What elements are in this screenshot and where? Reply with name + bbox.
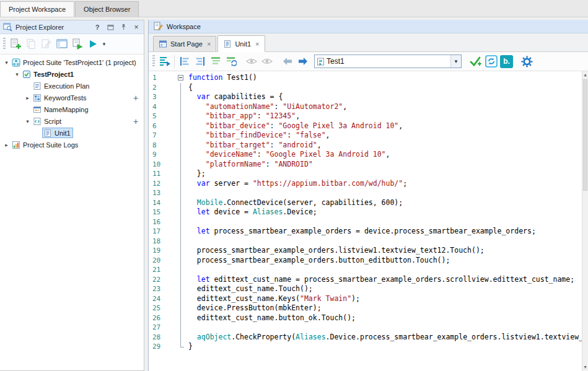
tree-item-project-suite[interactable]: ▾Project Suite 'TestProject1' (1 project… bbox=[0, 56, 144, 68]
refresh-sync-button[interactable] bbox=[483, 54, 499, 69]
code-line[interactable]: 4 "automationName": "UiAutomator2", bbox=[149, 102, 582, 112]
line-number[interactable]: 29 bbox=[149, 342, 175, 352]
line-number[interactable]: 21 bbox=[149, 265, 175, 275]
line-number[interactable]: 17 bbox=[149, 227, 175, 237]
align-left-edges-icon[interactable] bbox=[177, 54, 192, 69]
line-number[interactable]: 26 bbox=[149, 313, 175, 323]
watch-eye-alt-icon[interactable] bbox=[259, 54, 274, 69]
line-number[interactable]: 13 bbox=[149, 188, 175, 198]
collapse-arrow-icon[interactable]: ▾ bbox=[24, 118, 32, 124]
tab-object-browser[interactable]: Object Browser bbox=[75, 1, 139, 17]
code-line[interactable]: 10 "platformName": "ANDROID" bbox=[149, 160, 582, 170]
code-line[interactable]: 27 bbox=[149, 323, 582, 333]
scroll-down-icon[interactable]: ▼ bbox=[582, 364, 588, 371]
fold-collapse-icon[interactable] bbox=[175, 73, 187, 83]
chevron-down-icon[interactable]: ▼ bbox=[450, 55, 461, 68]
line-number[interactable]: 5 bbox=[149, 111, 175, 121]
line-number[interactable]: 27 bbox=[149, 323, 175, 333]
collapse-arrow-icon[interactable]: ▾ bbox=[13, 71, 21, 77]
code-line[interactable]: 15 let device = Aliases.Device; bbox=[149, 207, 582, 217]
add-new-item-button[interactable] bbox=[7, 37, 23, 51]
close-tab-button[interactable]: × bbox=[207, 40, 211, 48]
line-number[interactable]: 10 bbox=[149, 160, 175, 170]
settings-gear-icon[interactable] bbox=[519, 54, 535, 69]
project-tree[interactable]: ▾Project Suite 'TestProject1' (1 project… bbox=[0, 55, 144, 370]
line-number[interactable]: 20 bbox=[149, 256, 175, 266]
language-badge-icon[interactable]: b. bbox=[499, 54, 514, 69]
line-number[interactable]: 6 bbox=[149, 121, 175, 131]
line-number[interactable]: 23 bbox=[149, 284, 175, 294]
collapse-arrow-icon[interactable]: ▾ bbox=[2, 59, 11, 66]
panel-view-button[interactable] bbox=[54, 37, 69, 51]
dropdown-caret-icon[interactable]: ▾ bbox=[100, 41, 108, 47]
code-line[interactable]: 29} bbox=[149, 342, 582, 352]
navigate-forward-icon[interactable] bbox=[295, 54, 310, 69]
tab-start-page[interactable]: Start Page × bbox=[153, 36, 216, 51]
float-window-icon[interactable] bbox=[105, 22, 115, 32]
tree-item-testproject1[interactable]: ▾TestProject1 bbox=[0, 68, 144, 80]
code-line[interactable]: 26 edittext_cust_name.button_ok.Touch(); bbox=[149, 313, 582, 323]
vertical-scrollbar[interactable]: ▲ ▼ bbox=[582, 71, 588, 371]
line-number[interactable]: 2 bbox=[149, 83, 175, 93]
code-editor[interactable]: 1function Test1()2{3 var capabilities = … bbox=[149, 71, 588, 371]
line-number[interactable]: 12 bbox=[149, 179, 175, 189]
code-line[interactable]: 19 process_smartbear_example_orders.list… bbox=[149, 246, 582, 256]
scroll-up-icon[interactable]: ▲ bbox=[582, 71, 588, 79]
navigate-back-icon[interactable] bbox=[279, 54, 295, 69]
line-number[interactable]: 11 bbox=[149, 169, 175, 179]
code-line[interactable]: 11 }; bbox=[149, 169, 582, 179]
code-line[interactable]: 16 bbox=[149, 217, 582, 227]
code-line[interactable]: 17 let process_smartbear_example_orders … bbox=[149, 227, 582, 237]
tree-item-unit1[interactable]: Unit1 bbox=[0, 127, 144, 139]
code-line[interactable]: 18 bbox=[149, 237, 582, 247]
line-number[interactable]: 22 bbox=[149, 275, 175, 285]
align-right-edges-icon[interactable] bbox=[192, 54, 208, 69]
line-number[interactable]: 16 bbox=[149, 217, 175, 227]
code-line[interactable]: 1function Test1() bbox=[149, 73, 582, 83]
line-number[interactable]: 15 bbox=[149, 207, 175, 217]
help-icon[interactable]: ? bbox=[92, 22, 102, 32]
line-number[interactable]: 8 bbox=[149, 141, 175, 151]
close-tab-button[interactable]: × bbox=[255, 40, 259, 48]
scrollbar-thumb[interactable] bbox=[583, 79, 587, 191]
add-item-button[interactable]: + bbox=[131, 117, 140, 126]
code-line[interactable]: 23 edittext_cust_name.Touch(); bbox=[149, 284, 582, 294]
format-lines-icon[interactable] bbox=[208, 54, 223, 69]
format-sync-icon[interactable] bbox=[223, 54, 239, 69]
line-number[interactable]: 19 bbox=[149, 246, 175, 256]
line-number[interactable]: 3 bbox=[149, 92, 175, 102]
code-line[interactable]: 5 "bitbar_app": "12345", bbox=[149, 111, 582, 121]
code-line[interactable]: 8 "bitbar_target": "android", bbox=[149, 141, 582, 151]
add-check-button[interactable] bbox=[468, 54, 483, 69]
code-line[interactable]: 12 var server = "https://appium.bitbar.c… bbox=[149, 179, 582, 189]
code-line[interactable]: 2{ bbox=[149, 83, 582, 93]
expand-arrow-icon[interactable]: ▸ bbox=[24, 95, 32, 101]
line-number[interactable]: 28 bbox=[149, 333, 175, 343]
routine-selector[interactable]: Test1 ▼ bbox=[314, 55, 462, 68]
code-line[interactable]: 14 Mobile.ConnectDevice(server, capabili… bbox=[149, 198, 582, 208]
code-line[interactable]: 6 "bitbar_device": "Google Pixel 3a Andr… bbox=[149, 121, 582, 131]
add-item-button[interactable]: + bbox=[131, 94, 140, 102]
tree-item-namemapping[interactable]: NameMapping bbox=[0, 103, 144, 115]
expand-arrow-icon[interactable]: ▸ bbox=[2, 142, 11, 148]
code-line[interactable]: 25 device.PressButton(mbkEnter); bbox=[149, 303, 582, 313]
edit-page-button[interactable] bbox=[38, 37, 54, 51]
tree-item-execution-plan[interactable]: Execution Plan bbox=[0, 80, 144, 92]
code-editor-lines[interactable]: 1function Test1()2{3 var capabilities = … bbox=[149, 71, 582, 371]
code-line[interactable]: 21 bbox=[149, 265, 582, 275]
code-line[interactable]: 20 process_smartbear_example_orders.butt… bbox=[149, 256, 582, 266]
tree-item-project-suite-logs[interactable]: ▸Project Suite Logs bbox=[0, 139, 144, 151]
pin-icon[interactable] bbox=[118, 22, 128, 32]
toolbar-grip[interactable] bbox=[152, 55, 155, 68]
line-number[interactable]: 24 bbox=[149, 294, 175, 304]
toolbar-grip[interactable] bbox=[3, 38, 6, 50]
line-number[interactable]: 14 bbox=[149, 198, 175, 208]
code-line[interactable]: 13 bbox=[149, 188, 582, 198]
clone-page-button[interactable] bbox=[23, 37, 38, 51]
tab-unit1[interactable]: Unit1 × bbox=[217, 35, 265, 52]
code-line[interactable]: 24 edittext_cust_name.Keys("Mark Twain")… bbox=[149, 294, 582, 304]
line-number[interactable]: 25 bbox=[149, 303, 175, 313]
code-line[interactable]: 9 "deviceName": "Google Pixel 3a Android… bbox=[149, 150, 582, 160]
code-line[interactable]: 7 "bitbar_findDevice": "false", bbox=[149, 131, 582, 141]
run-project-suite-button[interactable] bbox=[85, 37, 100, 51]
